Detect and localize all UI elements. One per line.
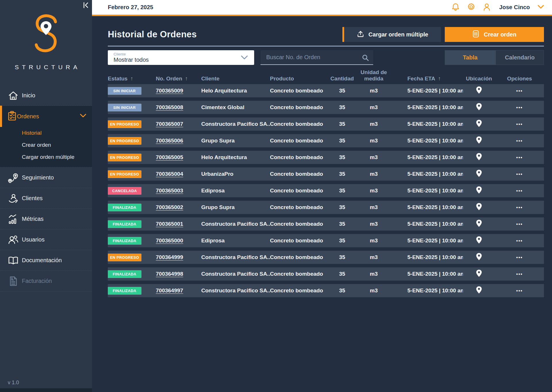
row-options-button[interactable]: ••• [516, 172, 523, 177]
sidebar-subitem-cargar-orden-multiple[interactable]: Cargar orden múltiple [0, 151, 92, 163]
sidebar-item-usuarios[interactable]: Usuarios [0, 229, 92, 250]
users-icon [7, 235, 19, 245]
status-badge: FINALIZADA [108, 204, 141, 211]
column-header-no-orden[interactable]: No. Orden↑ [156, 76, 201, 82]
sidebar-subitem-crear-orden[interactable]: Crear orden [0, 139, 92, 151]
upload-multiple-orders-button[interactable]: Cargar orden múltiple [342, 27, 441, 42]
location-pin-icon[interactable] [476, 286, 482, 295]
order-number-link[interactable]: 700365000 [156, 237, 183, 244]
clients-icon [7, 193, 19, 204]
location-pin-icon[interactable] [476, 136, 482, 145]
row-options-button[interactable]: ••• [516, 238, 523, 243]
row-options-button[interactable]: ••• [516, 205, 523, 210]
product-cell: Concreto bombeado [270, 188, 328, 194]
row-options-button[interactable]: ••• [516, 222, 523, 227]
client-cell: Grupo Supra [201, 204, 270, 211]
order-number-link[interactable]: 700365005 [156, 154, 183, 160]
client-filter-label: Cliente [114, 52, 254, 56]
location-pin-icon[interactable] [476, 253, 482, 261]
location-pin-icon[interactable] [476, 269, 482, 278]
table-row: SIN INICIAR700365008Cimentex GlobalConcr… [108, 101, 544, 114]
eta-cell: 5-ENE-2025 | 10:00 am [391, 88, 463, 94]
sidebar-item-ordenes[interactable]: Ordenes [0, 106, 92, 127]
order-search-input[interactable] [260, 50, 373, 64]
location-pin-icon[interactable] [476, 169, 482, 178]
sidebar-item-documentacion[interactable]: Documentación [0, 250, 92, 271]
column-header-estatus[interactable]: Estatus↑ [108, 76, 156, 82]
settings-button[interactable] [467, 3, 475, 12]
row-options-button[interactable]: ••• [516, 122, 523, 127]
orders-clipboard-icon [7, 111, 17, 122]
status-badge: SIN INICIAR [108, 87, 141, 95]
status-badge: FINALIZADA [108, 287, 141, 295]
tab-calendario[interactable]: Calendario [496, 50, 544, 65]
tracking-route-icon [7, 173, 19, 183]
client-cell: Constructora Pacifico SA... [201, 254, 270, 260]
client-cell: Constructora Pacifico SA... [201, 121, 270, 127]
sidebar-item-metricas[interactable]: Métricas [0, 209, 92, 229]
order-number-link[interactable]: 700365006 [156, 138, 183, 144]
sidebar-item-inicio[interactable]: Inicio [0, 86, 92, 106]
location-pin-icon[interactable] [476, 86, 482, 95]
order-number-link[interactable]: 700365001 [156, 221, 183, 227]
quantity-cell: 35 [328, 237, 356, 244]
eta-cell: 5-ENE-2025 | 10:00 am [391, 271, 463, 277]
eta-cell: 5-ENE-2025 | 10:00 am [391, 287, 463, 294]
row-options-button[interactable]: ••• [516, 155, 523, 160]
client-cell: Helo Arquitectura [201, 88, 270, 94]
product-cell: Concreto bombeado [270, 88, 328, 94]
row-options-button[interactable]: ••• [516, 255, 523, 260]
row-options-button[interactable]: ••• [516, 88, 523, 93]
user-menu-button[interactable] [538, 5, 544, 10]
product-cell: Concreto bombeado [270, 138, 328, 144]
column-header-opciones: Opciones [495, 76, 544, 82]
order-number-link[interactable]: 700364998 [156, 271, 183, 277]
order-search [260, 50, 373, 65]
location-pin-icon[interactable] [476, 119, 482, 128]
location-pin-icon[interactable] [476, 203, 482, 211]
quantity-cell: 35 [328, 138, 356, 144]
row-options-button[interactable]: ••• [516, 288, 523, 293]
order-number-link[interactable]: 700365002 [156, 204, 183, 210]
location-pin-icon[interactable] [476, 219, 482, 228]
row-options-button[interactable]: ••• [516, 272, 523, 277]
status-badge: EN PROGRESO [108, 254, 141, 261]
quantity-cell: 35 [328, 171, 356, 177]
sidebar-item-clientes[interactable]: Clientes [0, 188, 92, 209]
location-pin-icon[interactable] [476, 236, 482, 245]
create-order-button[interactable]: Crear orden [445, 27, 544, 42]
order-number-link[interactable]: 700365007 [156, 121, 183, 127]
row-options-button[interactable]: ••• [516, 105, 523, 110]
ordenes-submenu: Historial Crear orden Cargar orden múlti… [0, 127, 92, 167]
sidebar-item-seguimiento[interactable]: Seguimiento [0, 167, 92, 188]
notifications-button[interactable] [452, 3, 459, 12]
row-options-button[interactable]: ••• [516, 138, 523, 143]
profile-button[interactable] [483, 3, 490, 12]
status-badge: FINALIZADA [108, 237, 141, 245]
order-number-link[interactable]: 700365004 [156, 171, 183, 177]
client-cell: Ediprosa [201, 188, 270, 194]
location-pin-icon[interactable] [476, 186, 482, 195]
current-date: Febrero 27, 2025 [108, 4, 153, 11]
client-cell: Ediprosa [201, 237, 270, 244]
order-number-link[interactable]: 700364999 [156, 254, 183, 260]
eta-cell: 5-ENE-2025 | 10:00 am [391, 138, 463, 144]
order-number-link[interactable]: 700365003 [156, 188, 183, 194]
column-header-fecha-eta[interactable]: Fecha ETA↑ [391, 76, 463, 82]
sidebar-item-facturacion[interactable]: $ Facturación [0, 271, 92, 291]
order-number-link[interactable]: 700364997 [156, 287, 183, 293]
client-filter-select[interactable]: Cliente Mostrar todos [108, 50, 254, 65]
row-options-button[interactable]: ••• [516, 188, 523, 193]
tab-tabla[interactable]: Tabla [445, 50, 496, 65]
order-number-link[interactable]: 700365008 [156, 104, 183, 110]
client-cell: Constructora Pacifico SA... [201, 221, 270, 227]
client-cell: Constructora Pacifico SA... [201, 271, 270, 277]
quantity-cell: 35 [328, 271, 356, 277]
location-pin-icon[interactable] [476, 103, 482, 111]
brand-name: STRUCTURA [0, 64, 92, 71]
order-number-link[interactable]: 700365009 [156, 88, 183, 94]
sidebar-subitem-historial[interactable]: Historial [0, 127, 92, 139]
location-pin-icon[interactable] [476, 153, 482, 161]
structura-logo-icon [29, 53, 63, 58]
sidebar-collapse-button[interactable] [82, 1, 90, 10]
